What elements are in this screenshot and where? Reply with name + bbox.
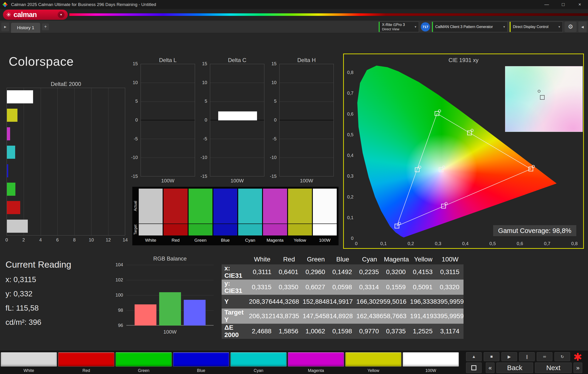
play-button[interactable]: ▶ [501, 352, 517, 361]
axis-tick-label: -5 [273, 136, 277, 141]
pattern-button-magenta[interactable] [288, 352, 344, 367]
axis-tick-label: 0,6 [344, 111, 354, 117]
zero-line [141, 120, 195, 121]
swatch-column-magenta: Magenta [263, 189, 287, 243]
gamut-coverage-readout: Gamut Coverage: 98,8% [493, 225, 576, 236]
calman-star-icon: ✳ [6, 12, 11, 18]
pattern-button-label: Yellow [345, 368, 401, 373]
meter-select[interactable]: X-Rite i1Pro 3 Direct View ▼ [378, 21, 419, 32]
display-control-select[interactable]: Direct Display Control ▼ [509, 21, 563, 32]
reading-fl: fL: 115,58 [6, 301, 71, 315]
cie-1931-panel: CIE 1931 xy Gamut Coverage: 98,8% 00,10,… [343, 53, 584, 249]
axis-tick-label: 0,2 [408, 241, 414, 246]
swatch-label: Red [164, 235, 188, 243]
axis-tick-label: 0,1 [344, 215, 354, 220]
delta-c-chart: Delta C 151050-5-10-15 100W [198, 55, 267, 185]
pattern-button-blue[interactable] [173, 352, 229, 367]
axis-tick-label: -5 [134, 136, 138, 141]
gridline [141, 158, 195, 158]
eject-button[interactable]: ▲ [466, 352, 482, 361]
settings-button[interactable]: ⚙ [565, 21, 577, 32]
cell-value: 1,0062 [303, 324, 329, 339]
swatch-label: Yellow [288, 235, 312, 243]
pattern-generator-name: CalMAN Client 3 Pattern Generator [435, 25, 501, 29]
tab-history-1[interactable]: History 1 [11, 23, 40, 33]
deltae-bar-magenta [7, 127, 10, 140]
display-control-accent-bar [510, 22, 511, 32]
pattern-window-button[interactable] [466, 363, 482, 373]
pattern-button-group: Blue [173, 352, 229, 373]
pause-button[interactable]: ∥ [519, 352, 535, 361]
axis-tick-label: 10 [133, 80, 138, 85]
chevron-down-icon: ▼ [414, 25, 417, 29]
calman-menu-caret[interactable]: ▼ [58, 11, 64, 18]
cell-value: 0,6027 [303, 279, 329, 295]
stop-button[interactable]: ■ [484, 352, 499, 361]
pattern-button-red[interactable] [58, 352, 114, 367]
cell-value: 395,9959 [437, 295, 463, 309]
maximize-button[interactable]: □ [555, 0, 571, 9]
swatch-target-magenta [263, 224, 287, 235]
pattern-button-group: Red [58, 352, 114, 373]
inset-target-marker [540, 95, 545, 100]
gridline [280, 139, 334, 139]
cell-value: 196,3338 [410, 295, 437, 309]
close-button[interactable]: × [571, 0, 588, 9]
next-button[interactable]: Next [535, 363, 572, 373]
back-chevron-button[interactable]: « [486, 363, 494, 373]
cell-value: 0,3320 [437, 279, 463, 295]
table-header-100W: 100W [437, 254, 463, 264]
pattern-button-green[interactable] [116, 352, 172, 367]
gridline [57, 88, 58, 235]
axis-tick-label: 0,5 [489, 241, 496, 246]
pattern-button-100w[interactable] [403, 352, 459, 367]
history-panel-expander[interactable]: ▶ [1, 22, 9, 31]
rgb-balance-title: RGB Balance [126, 256, 214, 262]
pattern-button-cyan[interactable] [230, 352, 287, 367]
axis-tick-label: 0,7 [344, 91, 354, 96]
cell-value: 166,3029 [356, 295, 383, 309]
calman-menu-button[interactable]: ✳ calman ▼ [3, 10, 68, 20]
delta-c-bar [218, 111, 257, 120]
current-reading-block: Current Reading x: 0,3115 y: 0,332 fL: 1… [6, 260, 71, 330]
chevron-down-icon: ▼ [503, 25, 505, 29]
minimize-button[interactable]: — [538, 0, 555, 9]
swatch-actual-white [139, 189, 163, 224]
pattern-generator-select[interactable]: CalMAN Client 3 Pattern Generator ▼ [432, 21, 508, 32]
reading-y: y: 0,332 [6, 287, 71, 301]
refresh-button[interactable]: ↻ [555, 352, 570, 361]
swatch-column-red: Red [164, 189, 188, 243]
meter-name: X-Rite i1Pro 3 [382, 22, 412, 27]
actual-target-swatch-panel: Actual Target WhiteRedGreenBlueCyanMagen… [132, 187, 338, 245]
loop-button[interactable]: ∞ [537, 352, 552, 361]
cell-value: 208,3764 [249, 295, 276, 309]
pattern-button-white[interactable] [1, 352, 57, 367]
add-tab-button[interactable]: + [42, 23, 49, 30]
next-chevron-button[interactable]: » [574, 363, 582, 373]
swatch-column-yellow: Yellow [288, 189, 312, 243]
delta-l-title: Delta L [141, 57, 195, 64]
gridline [210, 139, 264, 139]
reading-x: x: 0,3115 [6, 272, 71, 287]
pattern-button-yellow[interactable] [345, 352, 401, 367]
pattern-button-label: Blue [173, 368, 229, 373]
axis-tick-label: 5 [274, 98, 277, 104]
axis-tick-label: 0 [274, 118, 277, 123]
axis-tick-label: 15 [133, 61, 138, 66]
axis-tick-label: 0 [205, 118, 207, 123]
cell-value: 0,5091 [410, 279, 437, 295]
axis-tick-label: 5 [205, 98, 207, 104]
back-button[interactable]: Back [496, 363, 533, 373]
cell-value: 0,1492 [329, 264, 356, 279]
refresh-icon: ↻ [560, 354, 564, 359]
axis-tick-label: 0,4 [344, 153, 354, 158]
cell-value: 1,2525 [410, 324, 437, 339]
cell-value: 0,3350 [276, 279, 303, 295]
swatch-column-white: White [139, 189, 163, 243]
collapse-panel-button[interactable]: ◀ [578, 21, 587, 32]
table-row-x-cie31: x: CIE310,31110,64010,29600,14920,22350,… [222, 264, 463, 279]
swatch-label: White [139, 235, 163, 243]
cie-chart-title: CIE 1931 xy [344, 57, 583, 64]
deltae-bar-red [7, 201, 20, 214]
pattern-button-group: Cyan [230, 352, 287, 373]
